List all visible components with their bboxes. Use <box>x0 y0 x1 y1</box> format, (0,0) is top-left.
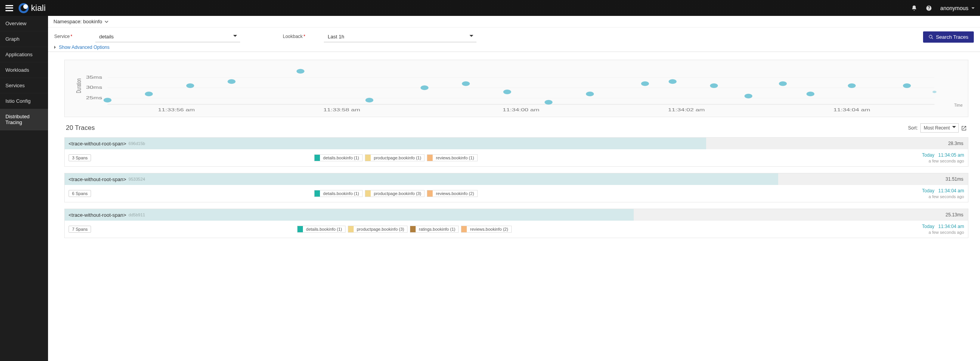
nav-workloads[interactable]: Workloads <box>0 62 48 78</box>
help-icon[interactable] <box>926 5 932 11</box>
lookback-select[interactable]: Last 1h <box>324 31 476 42</box>
lookback-value: Last 1h <box>328 34 344 40</box>
service-tag[interactable]: reviews.bookinfo (2) <box>461 226 511 233</box>
service-tags: details.bookinfo (1)productpage.bookinfo… <box>297 226 512 233</box>
nav-distributed-tracing[interactable]: Distributed Tracing <box>0 109 48 130</box>
nav-applications[interactable]: Applications <box>0 47 48 62</box>
service-select[interactable]: details <box>95 31 240 42</box>
service-tag[interactable]: details.bookinfo (1) <box>297 226 346 233</box>
service-tag-label: productpage.bookinfo (3) <box>354 226 407 232</box>
trace-name: <trace-without-root-span> <box>69 176 126 182</box>
search-traces-button[interactable]: Search Traces <box>923 31 974 43</box>
service-tag[interactable]: details.bookinfo (1) <box>314 154 363 161</box>
trace-id: 9533524 <box>129 177 145 181</box>
trace-card[interactable]: <trace-without-root-span>953352431.51ms6… <box>64 173 968 202</box>
service-tag[interactable]: productpage.bookinfo (1) <box>365 154 425 161</box>
chevron-down-icon <box>971 7 975 10</box>
color-swatch-icon <box>410 226 416 232</box>
filter-bar: Service * details Show Advanced Options <box>48 28 980 52</box>
chart-point[interactable] <box>421 85 429 90</box>
chart-point[interactable] <box>145 92 153 96</box>
chart-point[interactable] <box>365 98 373 102</box>
sort-select[interactable]: Most Recent <box>920 123 959 133</box>
required-icon: * <box>303 34 305 39</box>
service-tag-label: productpage.bookinfo (3) <box>371 190 424 197</box>
lookback-label: Lookback <box>283 34 303 39</box>
color-swatch-icon <box>315 155 320 161</box>
service-tag[interactable]: productpage.bookinfo (3) <box>348 226 407 233</box>
chart-point[interactable] <box>641 81 649 86</box>
traces-scatter-chart[interactable]: 25ms30ms35msDuration11:33:56 am11:33:58 … <box>64 60 968 117</box>
trace-card[interactable]: <trace-without-root-span>696d15b28.3ms3 … <box>64 137 968 167</box>
chart-point[interactable] <box>848 83 856 88</box>
trace-count: 20 Traces <box>66 124 95 132</box>
nav-overview[interactable]: Overview <box>0 16 48 31</box>
svg-text:Duration: Duration <box>75 78 83 93</box>
color-swatch-icon <box>315 190 320 197</box>
kiali-logo-icon <box>19 3 29 13</box>
required-icon: * <box>70 34 72 39</box>
trace-timestamp: Today11:34:04 ama few seconds ago <box>922 224 964 235</box>
chevron-down-icon <box>952 126 956 130</box>
user-name: anonymous <box>940 5 968 11</box>
service-tag[interactable]: ratings.bookinfo (1) <box>410 226 459 233</box>
trace-duration: 28.3ms <box>948 141 963 146</box>
breadcrumb[interactable]: Namespace: bookinfo <box>48 16 980 28</box>
user-menu[interactable]: anonymous <box>940 5 975 11</box>
chart-point[interactable] <box>669 79 677 84</box>
service-value: details <box>99 34 114 40</box>
chevron-right-icon <box>54 46 57 49</box>
service-tags: details.bookinfo (1)productpage.bookinfo… <box>314 154 478 161</box>
chart-point[interactable] <box>227 79 236 84</box>
service-tags: details.bookinfo (1)productpage.bookinfo… <box>314 190 478 197</box>
menu-toggle-icon[interactable] <box>5 5 13 11</box>
color-swatch-icon <box>365 190 371 197</box>
external-link-icon[interactable] <box>961 125 967 131</box>
chart-point[interactable] <box>586 92 594 96</box>
color-swatch-icon <box>461 226 467 232</box>
service-tag[interactable]: details.bookinfo (1) <box>314 190 363 197</box>
trace-duration: 31.51ms <box>946 176 963 182</box>
chart-point[interactable] <box>462 81 470 86</box>
svg-text:11:34:02 am: 11:34:02 am <box>668 108 705 112</box>
chart-point[interactable] <box>296 69 304 74</box>
svg-text:11:34:00 am: 11:34:00 am <box>502 108 539 112</box>
search-icon <box>928 35 934 40</box>
color-swatch-icon <box>365 155 371 161</box>
chart-point[interactable] <box>806 92 815 96</box>
color-swatch-icon <box>348 226 354 232</box>
span-count-badge: 3 Spans <box>69 154 91 161</box>
sort-label: Sort: <box>908 125 918 131</box>
svg-text:11:33:56 am: 11:33:56 am <box>158 108 195 112</box>
svg-text:11:34:04 am: 11:34:04 am <box>833 108 870 112</box>
trace-timestamp: Today11:34:04 ama few seconds ago <box>922 188 964 199</box>
service-tag-label: details.bookinfo (1) <box>303 226 345 232</box>
chart-point[interactable] <box>186 83 194 88</box>
chart-point[interactable] <box>103 98 112 102</box>
service-tag-label: ratings.bookinfo (1) <box>416 226 458 232</box>
show-advanced-link[interactable]: Show Advanced Options <box>54 45 240 50</box>
trace-card[interactable]: <trace-without-root-span>dd5b91125.13ms7… <box>64 209 968 238</box>
service-tag[interactable]: reviews.bookinfo (2) <box>427 190 477 197</box>
nav-graph[interactable]: Graph <box>0 31 48 47</box>
nav-services[interactable]: Services <box>0 78 48 93</box>
chart-point[interactable] <box>779 81 787 86</box>
chart-point[interactable] <box>545 100 553 105</box>
chart-point[interactable] <box>503 90 511 94</box>
svg-text:35ms: 35ms <box>86 75 102 79</box>
brand-logo[interactable]: kiali <box>19 3 46 13</box>
trace-list: <trace-without-root-span>696d15b28.3ms3 … <box>64 137 968 238</box>
trace-id: dd5b911 <box>129 212 145 217</box>
service-tag[interactable]: productpage.bookinfo (3) <box>365 190 425 197</box>
nav-istio-config[interactable]: Istio Config <box>0 93 48 109</box>
chart-point[interactable] <box>744 94 753 98</box>
svg-text:11:33:58 am: 11:33:58 am <box>323 108 360 112</box>
span-count-badge: 7 Spans <box>69 226 91 233</box>
chart-point[interactable] <box>932 91 936 93</box>
chart-point[interactable] <box>903 83 911 88</box>
bell-icon[interactable] <box>911 5 917 11</box>
service-tag[interactable]: reviews.bookinfo (1) <box>427 154 477 161</box>
chart-point[interactable] <box>710 83 718 88</box>
results-scroll[interactable]: 25ms30ms35msDuration11:33:56 am11:33:58 … <box>48 52 980 361</box>
service-tag-label: reviews.bookinfo (2) <box>467 226 511 232</box>
